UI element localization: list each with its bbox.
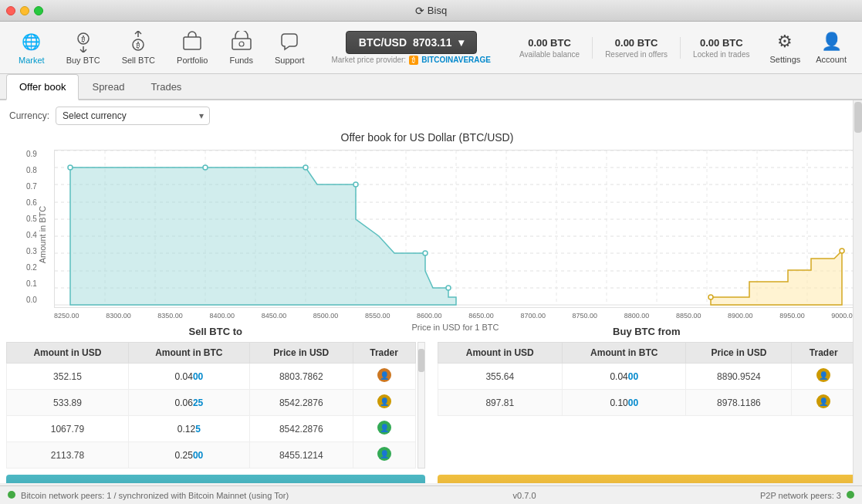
svg-text:₿: ₿ (136, 41, 140, 49)
svg-point-37 (423, 251, 428, 255)
sell-trader: 👤 (353, 442, 415, 468)
status-right: P2P network peers: 3 (760, 491, 854, 500)
sell-amount-btc: 0.2500 (128, 442, 249, 468)
table-row: 897.81 0.1000 8978.1186 👤 (438, 390, 856, 416)
main-scrollbar[interactable] (853, 100, 862, 483)
sell-table: Amount in USD Amount in BTC Price in USD… (6, 342, 416, 468)
nav-buy-btc[interactable]: ₿ Buy BTC (56, 25, 111, 71)
svg-point-34 (203, 165, 208, 170)
nav-buy-btc-label: Buy BTC (66, 56, 100, 65)
balance-items: 0.00 BTC Available balance 0.00 BTC Rese… (507, 37, 762, 59)
sell-col-amount-btc: Amount in BTC (128, 343, 249, 364)
chart-svg (54, 150, 857, 308)
svg-text:👤: 👤 (380, 370, 390, 381)
chart-y-label: Amount in BTC (38, 206, 47, 264)
buy-col-amount-usd: Amount in USD (438, 343, 563, 364)
status-left: Bitcoin network peers: 1 / synchronized … (8, 491, 289, 500)
sell-amount-btc: 0.0400 (128, 364, 249, 390)
buy-amount-usd: 897.81 (438, 390, 563, 416)
chart-area: Offer book for US Dollar (BTC/USD) Amoun… (0, 131, 862, 320)
nav-funds-label: Funds (229, 56, 253, 65)
nav-right: ⚙ Settings 👤 Account (762, 25, 855, 70)
sell-amount-btc: 0.0625 (128, 390, 249, 416)
price-dropdown-icon: ▾ (458, 36, 464, 49)
buy-amount-btc: 0.0400 (563, 364, 686, 390)
svg-point-33 (68, 165, 73, 170)
table-row: 355.64 0.0400 8890.9524 👤 (438, 364, 856, 390)
sell-btc-icon: ₿ (127, 31, 149, 52)
sell-amount-usd: 1067.79 (7, 416, 129, 442)
nav-items: 🌐 Market ₿ Buy BTC ₿ Sell BTC Portfolio (8, 25, 316, 71)
table-row: 1067.79 0.125 8542.2876 👤 (7, 416, 416, 442)
nav-market-label: Market (19, 56, 45, 65)
scrollbar-thumb (854, 102, 862, 133)
tab-spread[interactable]: Spread (79, 74, 137, 99)
sell-table-scrollbar[interactable] (417, 342, 425, 468)
sell-price-usd: 8803.7862 (249, 364, 353, 390)
price-provider: Market price provider: ₿ BITCOINAVERAGE (331, 56, 491, 65)
market-icon: 🌐 (21, 31, 42, 52)
nav-account[interactable]: 👤 Account (808, 25, 854, 70)
close-button[interactable] (6, 6, 15, 15)
minimize-button[interactable] (20, 6, 29, 15)
svg-point-35 (303, 165, 308, 170)
buy-download-icon: ⬇ (616, 482, 625, 483)
action-buttons: ⬆ Sell BTC ⬇ Buy BTC (0, 472, 862, 483)
currency-label: Currency: (9, 110, 49, 121)
nav-market[interactable]: 🌐 Market (8, 25, 56, 71)
buy-btc-button[interactable]: ⬇ Buy BTC (438, 475, 857, 483)
price-display: BTC/USD 8703.11 ▾ Market price provider:… (331, 31, 491, 65)
buy-btc-icon: ₿ (73, 31, 94, 52)
sell-btc-button[interactable]: ⬆ Sell BTC (6, 475, 425, 483)
svg-text:👤: 👤 (819, 397, 829, 407)
sell-amount-usd: 2113.78 (7, 442, 129, 468)
portfolio-icon (181, 31, 203, 52)
tabs-bar: Offer book Spread Trades (0, 74, 862, 100)
currency-select[interactable]: Select currency (56, 107, 210, 125)
buy-price-usd: 8978.1186 (686, 390, 792, 416)
nav-settings[interactable]: ⚙ Settings (762, 25, 809, 70)
chart-wrapper: Amount in BTC 0.0 0.1 0.2 0.3 0.4 0.5 0.… (8, 150, 847, 320)
nav-funds[interactable]: Funds (218, 25, 264, 71)
buy-amount-usd: 355.64 (438, 364, 563, 390)
sell-button-wrap: ⬆ Sell BTC (0, 472, 431, 483)
tab-trades[interactable]: Trades (137, 74, 194, 99)
status-bar: Bitcoin network peers: 1 / synchronized … (0, 485, 862, 504)
nav-portfolio-label: Portfolio (177, 56, 208, 65)
sell-scrollbar-thumb (418, 349, 424, 372)
svg-point-38 (446, 286, 451, 290)
currency-row: Currency: Select currency (0, 100, 862, 131)
top-nav: 🌐 Market ₿ Buy BTC ₿ Sell BTC Portfolio (0, 22, 862, 74)
buy-trader: 👤 (792, 364, 856, 390)
nav-support[interactable]: Support (264, 25, 316, 71)
chart-x-label: Price in USD for 1 BTC (54, 323, 857, 332)
tab-offer-book[interactable]: Offer book (6, 74, 79, 100)
price-pair: BTC/USD (359, 36, 407, 49)
maximize-button[interactable] (34, 6, 43, 15)
tables-section: Sell BTC to Amount in USD Amount in BTC … (0, 320, 862, 468)
price-button[interactable]: BTC/USD 8703.11 ▾ (346, 31, 477, 54)
svg-text:👤: 👤 (819, 370, 829, 381)
sell-col-price-usd: Price in USD (249, 343, 353, 364)
network-dot (8, 491, 15, 499)
nav-portfolio[interactable]: Portfolio (166, 25, 218, 71)
buy-col-price-usd: Price in USD (686, 343, 792, 364)
sell-trader: 👤 (353, 390, 415, 416)
sell-amount-usd: 533.89 (7, 390, 129, 416)
svg-point-6 (239, 42, 244, 46)
chart-title: Offer book for US Dollar (BTC/USD) (8, 131, 847, 144)
reserved-balance: 0.00 BTC Reserved in offers (593, 37, 681, 59)
table-row: 2113.78 0.2500 8455.1214 👤 (7, 442, 416, 468)
status-center: v0.7.0 (513, 491, 536, 500)
sell-price-usd: 8542.2876 (249, 416, 353, 442)
nav-sell-btc[interactable]: ₿ Sell BTC (111, 25, 166, 71)
nav-sell-btc-label: Sell BTC (122, 56, 155, 65)
nav-support-label: Support (275, 56, 305, 65)
window-title: ⟳ Bisq (415, 5, 447, 17)
svg-marker-39 (711, 251, 842, 305)
p2p-network-dot (847, 491, 854, 499)
table-row: 352.15 0.0400 8803.7862 👤 (7, 364, 416, 390)
sell-trader: 👤 (353, 364, 415, 390)
svg-text:₿: ₿ (80, 35, 85, 43)
buy-trader: 👤 (792, 390, 856, 416)
